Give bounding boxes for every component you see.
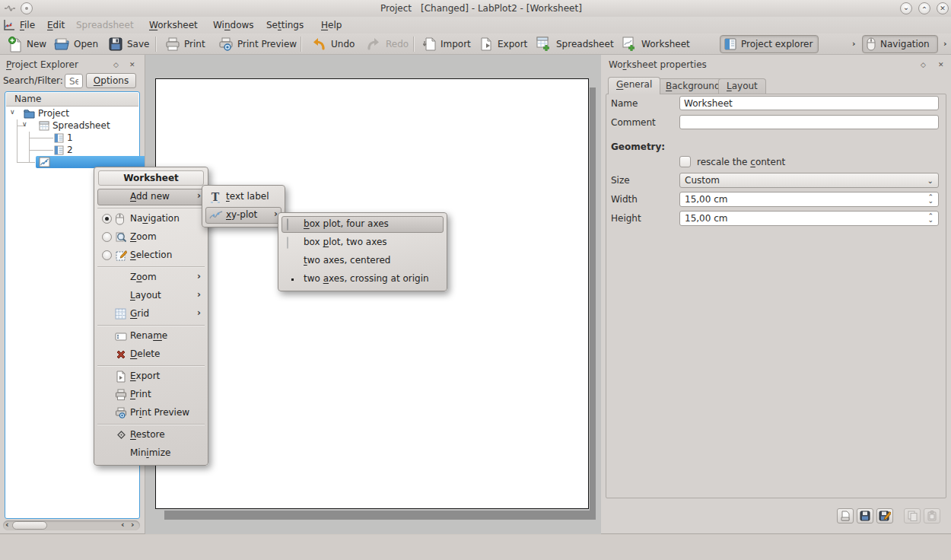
menu-item-two-axes-crossing-origin[interactable]: two axes, crossing at origin (281, 270, 444, 288)
menu-item-selection[interactable]: Selection (97, 247, 205, 265)
menu-help[interactable]: Help (318, 19, 345, 31)
load-config-button[interactable] (837, 508, 854, 523)
new-worksheet-button[interactable]: Worksheet (618, 35, 693, 53)
save-as-template-button[interactable] (876, 508, 893, 523)
menu-file[interactable]: File (17, 19, 38, 31)
xy-plot-submenu: box plot, four axes box plot, two axes t… (278, 212, 447, 291)
search-filter-label: Search/Filter: (3, 75, 63, 86)
scroll-left-icon[interactable] (121, 520, 125, 530)
menu-item-rename[interactable]: Rename (97, 327, 205, 345)
save-config-button[interactable] (857, 508, 873, 523)
worksheet-view[interactable] (145, 55, 601, 534)
menu-item-print[interactable]: Print (97, 386, 205, 404)
worksheet-page[interactable] (155, 78, 589, 509)
print-preview-icon (218, 37, 234, 52)
menu-item-layout[interactable]: Layout (97, 287, 205, 305)
submenu-arrow-icon (197, 289, 201, 300)
horizontal-scrollbar[interactable] (3, 520, 140, 530)
toolbar-extension-chevron-icon[interactable] (852, 39, 856, 49)
menu-spreadsheet[interactable]: Spreadsheet (73, 19, 137, 31)
menu-edit[interactable]: Edit (44, 19, 68, 31)
tree-item-spreadsheet[interactable]: Spreadsheet (39, 119, 110, 132)
titlebar-menu-button[interactable] (21, 2, 33, 14)
tray-wave-icon (4, 3, 16, 14)
window-shade-button[interactable] (900, 2, 912, 14)
new-worksheet-icon (621, 36, 638, 52)
menu-item-box-plot-two-axes[interactable]: box plot, two axes (281, 234, 444, 252)
menu-item-zoom[interactable]: Zoom (97, 269, 205, 287)
menu-bar: File Edit Spreadsheet Worksheet Windows … (0, 17, 951, 33)
save-button[interactable]: Save (105, 35, 152, 53)
menu-item-two-axes-centered[interactable]: two axes, centered (281, 252, 444, 270)
new-button[interactable]: New (5, 35, 49, 53)
tree-item-project[interactable]: Project (24, 107, 69, 119)
search-input[interactable] (65, 74, 83, 88)
save-floppy-icon (108, 37, 123, 52)
window-close-button[interactable] (937, 2, 949, 14)
tab-layout[interactable]: Layout (718, 78, 766, 94)
navigation-toggle[interactable]: Navigation (862, 35, 938, 53)
menu-item-navigation[interactable]: Navigation (97, 210, 205, 228)
scroll-left-icon[interactable] (5, 520, 9, 530)
redo-button[interactable]: Redo (362, 35, 412, 53)
menu-item-box-plot-four-axes[interactable]: box plot, four axes (281, 215, 444, 234)
new-spreadsheet-button[interactable]: Spreadsheet (533, 35, 617, 53)
project-explorer-toggle[interactable]: Project explorer (720, 35, 819, 53)
menu-item-xy-plot[interactable]: xy-plot (205, 206, 282, 224)
radio-selected-icon (102, 214, 112, 224)
submenu-arrow-icon (197, 307, 201, 318)
tab-background-label: Background (666, 81, 720, 91)
open-button[interactable]: Open (50, 35, 101, 53)
tab-general[interactable]: General (608, 77, 660, 94)
axes-crossing-origin-icon (287, 274, 297, 285)
menu-item-zoom-mode[interactable]: Zoom (97, 228, 205, 247)
expander-project-icon[interactable] (10, 108, 15, 116)
scroll-right-icon[interactable] (131, 520, 135, 530)
new-spreadsheet-label: Spreadsheet (556, 39, 614, 49)
menu-item-grid[interactable]: Grid (97, 305, 205, 323)
menu-worksheet[interactable]: Worksheet (146, 19, 201, 31)
project-explorer-title: Project Explorer (6, 59, 78, 70)
copy-button[interactable] (904, 508, 921, 523)
dock-float-icon[interactable] (113, 59, 119, 69)
expander-spreadsheet-icon[interactable] (22, 120, 27, 128)
menu-item-add-new[interactable]: Add new (97, 188, 205, 206)
scrollbar-thumb[interactable] (12, 521, 47, 530)
export-button[interactable]: Export (477, 35, 530, 53)
title-bar[interactable]: Project [Changed] - LabPlot2 - [Workshee… (0, 0, 951, 17)
menu-item-delete[interactable]: Delete (97, 345, 205, 364)
paste-icon (927, 511, 937, 521)
tree-item-column-1[interactable]: 1 (54, 132, 73, 144)
print-preview-button[interactable]: Print Preview (215, 35, 300, 53)
tree-item-worksheet[interactable]: Worksheet (39, 156, 102, 168)
tree-item-column-2[interactable]: 2 (54, 144, 73, 156)
options-button[interactable]: Options (86, 73, 136, 88)
submenu-arrow-icon (197, 271, 201, 282)
menu-item-text-label[interactable]: T text label (205, 188, 282, 206)
menu-item-print-preview[interactable]: Print Preview (97, 404, 205, 422)
paste-button[interactable] (924, 508, 940, 523)
menu-item-export[interactable]: Export (97, 368, 205, 386)
tree-connector-line (29, 138, 53, 138)
save-edit-icon (879, 511, 891, 521)
save-floppy-icon (860, 511, 870, 521)
tree-label-project: Project (38, 108, 69, 119)
menu-item-restore[interactable]: Restore (97, 426, 205, 444)
import-button[interactable]: Import (420, 35, 474, 53)
menu-windows[interactable]: Windows (210, 19, 257, 31)
add-new-submenu: T text label xy-plot (202, 185, 285, 228)
tree-connector-line (29, 150, 53, 151)
dock-close-icon[interactable] (129, 59, 135, 69)
tree-header-name[interactable]: Name (6, 93, 138, 107)
toolbar-extension-chevron-icon[interactable] (943, 39, 947, 49)
dock-close-icon[interactable] (938, 59, 944, 69)
menu-settings[interactable]: Settings (263, 19, 307, 31)
dock-float-icon[interactable] (921, 59, 926, 69)
window-maximize-button[interactable] (918, 2, 930, 14)
print-button[interactable]: Print (162, 35, 208, 53)
worksheet-context-menu: Worksheet Add new Navigation Zoom Select… (94, 167, 208, 466)
undo-button[interactable]: Undo (307, 35, 358, 53)
tree-label-spreadsheet: Spreadsheet (52, 120, 110, 131)
menu-item-minimize[interactable]: Minimize (97, 444, 205, 463)
desktop-background (0, 535, 951, 560)
